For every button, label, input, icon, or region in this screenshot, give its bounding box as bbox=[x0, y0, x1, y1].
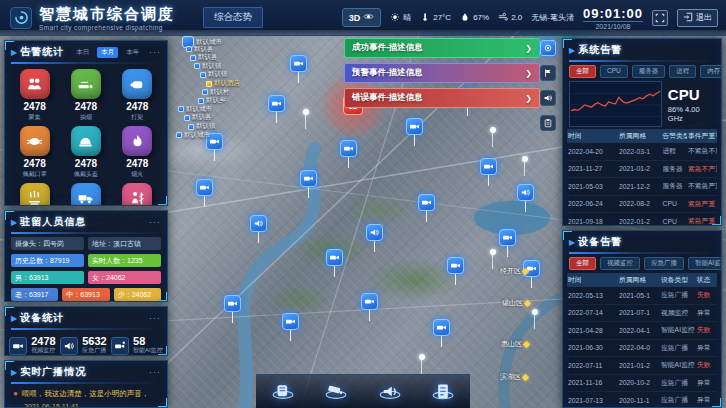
alarm-stat-item[interactable]: 2478 火灾 bbox=[9, 183, 60, 206]
alarm-stat-item[interactable]: 2478 佩戴口罩 bbox=[9, 126, 60, 179]
event-banner-warning[interactable]: 预警事件-描述信息 ❯ bbox=[344, 63, 540, 83]
system-alarm-tab-1[interactable]: CPU bbox=[600, 65, 628, 78]
poi-dot[interactable] bbox=[303, 109, 309, 115]
map-marker-camera[interactable] bbox=[290, 55, 307, 72]
map-marker-camera[interactable] bbox=[282, 313, 299, 330]
more-button[interactable]: ··· bbox=[149, 217, 161, 227]
map-marker-camera[interactable] bbox=[361, 293, 378, 310]
map-marker-camera[interactable] bbox=[480, 158, 497, 175]
side-strip-speaker-icon[interactable] bbox=[540, 90, 556, 106]
map-marker-camera[interactable] bbox=[224, 295, 241, 312]
table-row[interactable]: 2022-07-142021-07-1视频监控异常 bbox=[567, 304, 717, 322]
helmet-icon bbox=[71, 126, 101, 156]
female-count-pill: 女：24062 bbox=[88, 271, 161, 284]
toolbar-server-button[interactable] bbox=[429, 379, 457, 405]
alarm-stats-tabs: 本日本月本年 bbox=[72, 47, 143, 58]
poi-dot[interactable] bbox=[490, 127, 496, 133]
side-strip-monitor-icon[interactable] bbox=[540, 40, 556, 56]
table-header: 时间 bbox=[567, 273, 618, 287]
tab-overview[interactable]: 综合态势 bbox=[203, 7, 263, 28]
side-strip-clipboard-icon[interactable] bbox=[540, 115, 556, 131]
system-alarm-tab-3[interactable]: 进程 bbox=[669, 65, 696, 78]
panel-personnel: ▶ 驻留人员信息 ··· 摄像头：四号岗 地址：溪口古镇 历史总数：87919 … bbox=[4, 210, 168, 302]
table-row[interactable]: 2022-04-202022-03-1进程不紧急不严重 bbox=[567, 143, 717, 160]
map-marker-camera[interactable] bbox=[196, 179, 213, 196]
fullscreen-button[interactable] bbox=[652, 10, 668, 26]
table-row[interactable]: 2021-04-282022-04-1智能AI监控失败 bbox=[567, 322, 717, 340]
map-marker-camera[interactable] bbox=[340, 140, 357, 157]
table-header: 告警类型 bbox=[662, 129, 688, 143]
event-banner-text: 成功事件-描述信息 bbox=[352, 42, 423, 54]
alarm-stat-value: 2478 bbox=[126, 101, 148, 112]
alarm-stat-item[interactable]: 2478 打架 bbox=[112, 69, 163, 122]
table-cell: 2022-01-2 bbox=[618, 213, 662, 227]
device-stat-label: 应急广播 bbox=[82, 346, 106, 355]
map-marker-camera[interactable] bbox=[406, 118, 423, 135]
table-row[interactable]: 2022-07-112021-01-2智能AI监控失败 bbox=[567, 357, 717, 375]
toolbar-cctv-button[interactable] bbox=[322, 379, 350, 405]
more-button[interactable]: ··· bbox=[149, 367, 161, 377]
table-cell: 2021-12-2 bbox=[618, 178, 662, 196]
toolbar-speakerbox-button[interactable] bbox=[376, 379, 404, 405]
table-row[interactable]: 2021-11-162020-10-2应急广播异常 bbox=[567, 374, 717, 392]
event-banner-success[interactable]: 成功事件-描述信息 ❯ bbox=[344, 38, 540, 58]
chevron-right-icon: ❯ bbox=[525, 94, 532, 103]
people-icon bbox=[20, 69, 50, 99]
toolbar-radar-button[interactable] bbox=[269, 379, 297, 405]
table-row[interactable]: 2021-05-032021-12-2服务器不紧急严重 bbox=[567, 178, 717, 196]
alarm-stat-item[interactable]: 2478 人员越界告警 bbox=[112, 183, 163, 206]
view-3d-toggle[interactable]: 3D bbox=[342, 8, 382, 27]
alarm-stat-item[interactable]: 2478 烟火 bbox=[112, 126, 163, 179]
more-button[interactable]: ··· bbox=[149, 313, 161, 323]
alarm-stat-item[interactable]: 2478 渣土车预警 bbox=[60, 183, 111, 206]
poi-dot[interactable] bbox=[490, 249, 496, 255]
map-poi-label[interactable]: 默认城市 bbox=[176, 131, 210, 140]
map-marker-speaker[interactable] bbox=[250, 215, 267, 232]
device-alarm-tab-2[interactable]: 应急广播 bbox=[644, 257, 684, 270]
map-marker-camera[interactable] bbox=[268, 95, 285, 112]
alarm-stat-item[interactable]: 2478 抽烟 bbox=[60, 69, 111, 122]
exit-button[interactable]: 退出 bbox=[677, 9, 718, 27]
thermometer-icon bbox=[420, 12, 430, 24]
system-alarm-tab-4[interactable]: 内存 bbox=[700, 65, 722, 78]
device-alarm-tab-1[interactable]: 视频监控 bbox=[600, 257, 640, 270]
table-row[interactable]: 2021-06-302022-04-0应急广播异常 bbox=[567, 339, 717, 357]
alarm-tab-0[interactable]: 本日 bbox=[72, 47, 93, 58]
table-row[interactable]: 2021-11-272021-01-2服务器紧急不严重 bbox=[567, 160, 717, 178]
device-alarm-tab-3[interactable]: 智能AI监控 bbox=[688, 257, 722, 270]
map-marker-camera[interactable] bbox=[433, 319, 450, 336]
map-marker-camera[interactable] bbox=[300, 170, 317, 187]
table-row[interactable]: 2022-05-132021-05-1应急广播失败 bbox=[567, 287, 717, 304]
table-row[interactable]: 2022-06-242022-08-2CPU紧急严重 bbox=[567, 195, 717, 213]
side-strip-flag-icon[interactable] bbox=[540, 65, 556, 81]
alarm-stat-item[interactable]: 2478 佩戴头盔 bbox=[60, 126, 111, 179]
map-marker-camera[interactable] bbox=[447, 257, 464, 274]
map-marker-camera[interactable] bbox=[418, 194, 435, 211]
table-row[interactable]: 2021-09-182022-01-2CPU紧急严重 bbox=[567, 213, 717, 227]
firelines-icon bbox=[20, 183, 50, 206]
map-marker-camera[interactable] bbox=[499, 229, 516, 246]
table-header: 所属网格 bbox=[618, 273, 660, 287]
marker-stalk bbox=[298, 72, 299, 83]
map-marker-speaker[interactable] bbox=[517, 184, 534, 201]
alarm-tab-1[interactable]: 本月 bbox=[97, 47, 118, 58]
crossing-icon bbox=[122, 183, 152, 206]
device-stat-value: 58 bbox=[133, 336, 163, 346]
table-cell: 异常 bbox=[696, 374, 717, 392]
alarm-tab-2[interactable]: 本年 bbox=[122, 47, 143, 58]
cpu-chart-label: CPU bbox=[668, 86, 715, 103]
device-alarm-tab-0[interactable]: 全部 bbox=[569, 257, 596, 270]
map-marker-camera[interactable] bbox=[326, 249, 343, 266]
orbit-icon bbox=[363, 11, 374, 24]
table-row[interactable]: 2021-07-132020-11-1应急广播异常 bbox=[567, 392, 717, 408]
event-banner-error[interactable]: 错误事件-描述信息 ❯ bbox=[344, 88, 540, 108]
alarm-stat-item[interactable]: 2478 聚集 bbox=[9, 69, 60, 122]
map-marker-speaker[interactable] bbox=[366, 224, 383, 241]
poi-dot[interactable] bbox=[419, 354, 425, 360]
speaker-icon bbox=[60, 337, 78, 355]
poi-dot[interactable] bbox=[522, 156, 528, 162]
poi-dot[interactable] bbox=[532, 309, 538, 315]
system-alarm-tab-0[interactable]: 全部 bbox=[569, 65, 596, 78]
system-alarm-tab-2[interactable]: 服务器 bbox=[632, 65, 666, 78]
more-button[interactable]: ··· bbox=[149, 47, 161, 57]
